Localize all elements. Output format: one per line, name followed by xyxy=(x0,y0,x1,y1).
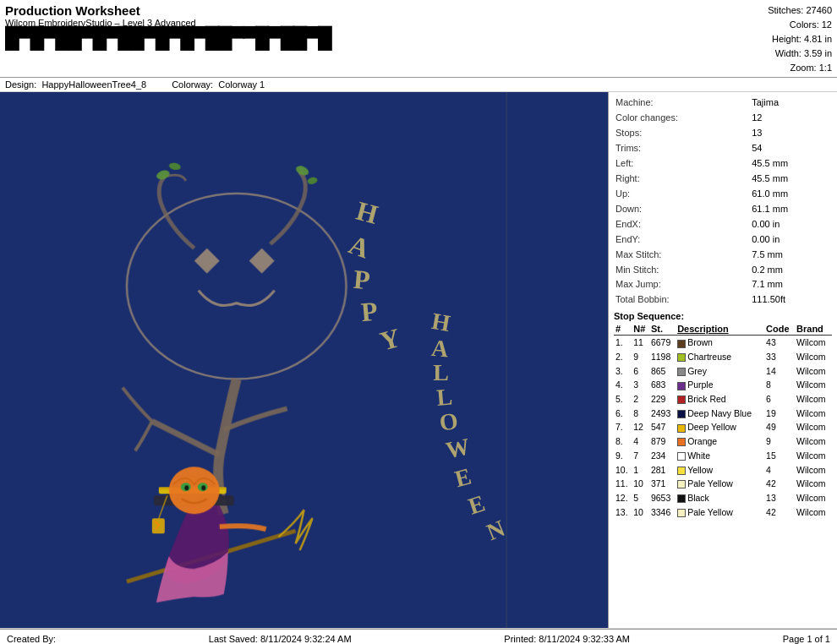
row-n: 12 xyxy=(632,420,649,434)
color-swatch xyxy=(677,424,686,433)
row-num: 13. xyxy=(614,505,632,520)
row-num: 12. xyxy=(614,491,632,505)
stops-value: 13 xyxy=(750,126,832,141)
table-row: 5.2229Brick Red6Wilcom xyxy=(614,392,832,407)
row-n: 2 xyxy=(632,392,649,407)
stitches-row: Stitches: 27460 xyxy=(768,3,832,18)
stops-row: Stops: 13 xyxy=(614,126,832,141)
right-label: Right: xyxy=(614,172,750,187)
row-st: 1198 xyxy=(649,350,676,364)
row-st: 281 xyxy=(649,463,676,478)
row-desc: Pale Yellow xyxy=(676,505,764,520)
colors-label: Colors: xyxy=(790,19,819,30)
col-description: Description xyxy=(676,323,764,336)
col-st: St. xyxy=(649,323,676,336)
max-stitch-label: Max Stitch: xyxy=(614,248,750,263)
zoom-value: 1:1 xyxy=(819,63,832,73)
main-content: H A P P Y H A L L O W E E N xyxy=(0,92,837,629)
svg-text:H: H xyxy=(429,308,452,336)
row-n: 1 xyxy=(632,463,649,478)
row-st: 547 xyxy=(649,420,676,434)
colors-row: Colors: 12 xyxy=(768,18,832,32)
row-code: 49 xyxy=(764,420,795,434)
row-code: 15 xyxy=(764,449,795,463)
down-value: 61.1 mm xyxy=(750,202,832,217)
row-st: 3346 xyxy=(649,505,676,520)
row-num: 3. xyxy=(614,364,632,379)
embroidery-svg: H A P P Y H A L L O W E E N xyxy=(0,92,608,628)
row-brand: Wilcom xyxy=(795,463,832,478)
stitches-label: Stitches: xyxy=(768,5,803,15)
row-code: 33 xyxy=(764,350,795,364)
svg-text:Y: Y xyxy=(377,323,403,357)
color-swatch xyxy=(677,452,686,461)
last-saved: Last Saved: 8/11/2024 9:32:24 AM xyxy=(209,634,352,644)
printed: Printed: 8/11/2024 9:32:33 AM xyxy=(504,634,630,644)
row-num: 6. xyxy=(614,407,632,421)
min-stitch-value: 0.2 mm xyxy=(750,263,832,278)
row-desc: Purple xyxy=(676,378,764,392)
row-st: 371 xyxy=(649,477,676,491)
stop-table-header: # N# St. Description Code Brand xyxy=(614,323,832,336)
last-saved-label: Last Saved: xyxy=(209,634,258,644)
table-row: 12.59653Black13Wilcom xyxy=(614,491,832,505)
design-value: HappyHalloweenTree4_8 xyxy=(41,79,146,90)
svg-text:O: O xyxy=(438,407,460,436)
endy-row: EndY: 0.00 in xyxy=(614,232,832,248)
row-num: 11. xyxy=(614,477,632,491)
header-left: Production Worksheet Wilcom EmbroiderySt… xyxy=(5,3,331,52)
color-swatch xyxy=(677,353,686,362)
row-st: 229 xyxy=(649,392,676,407)
row-n: 3 xyxy=(632,378,649,392)
svg-text:W: W xyxy=(444,433,473,463)
color-swatch xyxy=(677,340,686,348)
stop-table-body: 1.116679Brown43Wilcom2.91198Chartreuse33… xyxy=(614,336,832,519)
row-num: 2. xyxy=(614,350,632,364)
endx-row: EndX: 0.00 in xyxy=(614,217,832,232)
row-desc: Chartreuse xyxy=(676,350,764,364)
row-n: 10 xyxy=(632,477,649,491)
row-desc: Pale Yellow xyxy=(676,477,764,491)
row-st: 683 xyxy=(649,378,676,392)
svg-text:L: L xyxy=(435,384,453,412)
row-n: 4 xyxy=(632,434,649,449)
colors-value: 12 xyxy=(822,19,832,30)
row-brand: Wilcom xyxy=(795,392,832,407)
row-brand: Wilcom xyxy=(795,407,832,421)
machine-label: Machine: xyxy=(614,96,750,111)
color-swatch xyxy=(677,368,686,376)
machine-info-table: Machine: Tajima Color changes: 12 Stops:… xyxy=(614,96,832,308)
svg-text:E: E xyxy=(452,463,474,493)
row-code: 42 xyxy=(764,505,795,520)
svg-text:N: N xyxy=(483,515,508,545)
up-row: Up: 61.0 mm xyxy=(614,187,832,202)
row-st: 234 xyxy=(649,449,676,463)
color-swatch xyxy=(677,509,686,517)
row-code: 9 xyxy=(764,434,795,449)
row-brand: Wilcom xyxy=(795,505,832,520)
color-swatch xyxy=(677,480,686,488)
printed-value: 8/11/2024 9:32:33 AM xyxy=(539,634,630,644)
stitches-value: 27460 xyxy=(806,5,832,15)
header-stats: Stitches: 27460 Colors: 12 Height: 4.81 … xyxy=(768,3,832,75)
row-brand: Wilcom xyxy=(795,434,832,449)
row-brand: Wilcom xyxy=(795,378,832,392)
up-value: 61.0 mm xyxy=(750,187,832,202)
row-n: 9 xyxy=(632,350,649,364)
page-number: Page 1 of 1 xyxy=(783,634,830,644)
row-n: 6 xyxy=(632,364,649,379)
row-n: 11 xyxy=(632,336,649,350)
max-stitch-value: 7.5 mm xyxy=(750,248,832,263)
svg-point-12 xyxy=(184,486,189,491)
row-num: 1. xyxy=(614,336,632,350)
svg-point-0 xyxy=(127,194,347,379)
machine-value: Tajima xyxy=(750,96,832,111)
left-row: Left: 45.5 mm xyxy=(614,156,832,172)
color-changes-value: 12 xyxy=(750,111,832,126)
down-row: Down: 61.1 mm xyxy=(614,202,832,217)
row-n: 8 xyxy=(632,407,649,421)
row-brand: Wilcom xyxy=(795,336,832,350)
row-brand: Wilcom xyxy=(795,477,832,491)
max-stitch-row: Max Stitch: 7.5 mm xyxy=(614,248,832,263)
col-code: Code xyxy=(764,323,795,336)
